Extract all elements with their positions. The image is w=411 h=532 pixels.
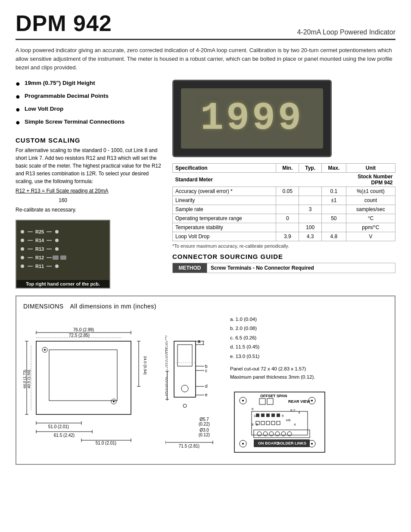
pcb-r12: R12 — [21, 255, 105, 260]
front-view-drawing: 76.0 (2.99) 72.5 (2.85) 44.0 (1.73) 40.5… — [23, 315, 161, 453]
svg-text:4: 4 — [294, 423, 296, 426]
svg-text:71.5 (2.81): 71.5 (2.81) — [179, 444, 199, 448]
product-subtitle: 4-20mA Loop Powered Indicator — [297, 28, 395, 36]
col-spec: Specification — [173, 164, 276, 173]
product-display: 1999 — [172, 80, 332, 157]
svg-text:24.0 (0.94): 24.0 (0.94) — [143, 356, 147, 375]
dim-c: c. 6.5 (0.26) — [230, 334, 388, 342]
svg-rect-84 — [266, 414, 270, 417]
svg-text:OFFSET  SPAN: OFFSET SPAN — [260, 394, 287, 398]
product-title: DPM 942 — [16, 10, 112, 36]
svg-text:8 2: 8 2 — [290, 408, 296, 412]
svg-text:H9: H9 — [286, 418, 291, 422]
dimensions-subtitle: All dimensions in mm (inches) — [70, 303, 156, 310]
rear-view-area: OFFSET SPAN REAR VIEW 6 10 — [230, 388, 388, 458]
svg-text:c: c — [205, 368, 207, 373]
svg-text:(0.12): (0.12) — [199, 432, 210, 437]
svg-text:8: 8 — [256, 423, 258, 426]
formula-denom: 160 — [16, 196, 162, 204]
svg-text:76.0 (2.99): 76.0 (2.99) — [73, 327, 94, 332]
stock-row: Standard Meter Stock Number DPM 942 — [173, 173, 395, 187]
spec-table-container: Standard Meter Stock Number DPM 942 Spec… — [172, 163, 395, 249]
feature-item-2: Programmable Decimal Points — [16, 93, 162, 101]
stock-label: Stock Number — [358, 174, 392, 180]
pcb-r11: R11 — [21, 264, 105, 269]
svg-rect-76 — [259, 398, 265, 404]
right-column: 1999 Standard Meter Stock Number DPM 942 — [172, 80, 395, 288]
custom-scaling-title: CUSTOM SCALING — [16, 137, 162, 144]
standard-meter-label: Standard Meter — [173, 173, 276, 187]
spec-accuracy-typ — [299, 187, 322, 196]
svg-text:61.5 (2.42): 61.5 (2.42) — [54, 433, 75, 438]
stock-number: DPM 942 — [371, 180, 392, 186]
dim-b: b. 2.0 (0.08) — [230, 324, 388, 333]
dim-e: e. 13.0 (0.51) — [230, 352, 388, 361]
svg-text:SOLDER LINKS: SOLDER LINKS — [277, 441, 306, 445]
dim-labels-area: a. 1.0 (0.04) b. 2.0 (0.08) c. 6.5 (0.26… — [230, 315, 388, 458]
spec-accuracy-name: Accuracy (overall error) * — [173, 187, 276, 196]
intro-paragraph: A loop powered indicator giving an accur… — [16, 46, 395, 72]
spec-row-loop-volt: Loop Volt Drop 3.9 4.3 4.8 V — [173, 232, 395, 241]
svg-point-68 — [242, 400, 244, 401]
method-value: Screw Terminals - No Connector Required — [207, 263, 395, 273]
spec-accuracy-unit: %(±1 count) — [346, 187, 395, 196]
svg-rect-77 — [267, 398, 273, 404]
formula-line: R12 + R13 = Full Scale reading at 20mA — [16, 187, 162, 195]
spec-table-body: Accuracy (overall error) * 0.05 0.1 %(±1… — [173, 187, 395, 241]
svg-text:d: d — [205, 384, 208, 389]
feature-item-1: 19mm (0.75") Digit Height — [16, 80, 162, 88]
connector-table: METHOD Screw Terminals - No Connector Re… — [172, 263, 395, 273]
svg-rect-92 — [266, 421, 270, 425]
dim-a: a. 1.0 (0.04) — [230, 315, 388, 324]
svg-text:8: 8 — [252, 423, 254, 426]
dimensions-title-text: DIMENSIONS — [23, 303, 64, 310]
dimensions-section: DIMENSIONS All dimensions in mm (inches)… — [16, 296, 395, 465]
spec-table-header: Specification Min. Typ. Max. Unit — [173, 164, 395, 173]
spec-row-temp-stability: Temperature stability 100 ppm/°C — [173, 223, 395, 232]
dim-d: d. 11.5 (0.45) — [230, 343, 388, 352]
svg-point-52 — [183, 404, 187, 408]
spec-row-temp-range: Operating temperature range 0 50 °C — [173, 214, 395, 223]
side-view-drawing: a b c d e Ø5.7 (0.22) — [165, 315, 226, 453]
svg-point-70 — [311, 400, 313, 401]
svg-point-74 — [311, 443, 313, 445]
page-header: DPM 942 4-20mA Loop Powered Indicator — [16, 10, 395, 40]
svg-text:51.0 (2.01): 51.0 (2.01) — [48, 424, 69, 429]
left-column: 19mm (0.75") Digit Height Programmable D… — [16, 80, 162, 288]
svg-point-72 — [242, 443, 244, 445]
side-view-svg: a b c d e Ø5.7 (0.22) — [165, 315, 221, 449]
svg-text:24.5 (0.96): 24.5 (0.96) — [165, 377, 167, 396]
pcb-image: R25 R14 R13 R12 — [16, 220, 110, 289]
dimensions-content: 76.0 (2.99) 72.5 (2.85) 44.0 (1.73) 40.5… — [23, 315, 388, 458]
svg-text:40.5 (1.59): 40.5 (1.59) — [27, 370, 31, 389]
custom-scaling-section: CUSTOM SCALING For alternative scaling t… — [16, 137, 162, 214]
svg-text:3: 3 — [298, 411, 300, 414]
svg-text:51.0 (2.01): 51.0 (2.01) — [96, 441, 116, 445]
svg-text:(0.22): (0.22) — [199, 422, 210, 426]
svg-rect-0 — [36, 341, 131, 414]
stock-number-area: Stock Number DPM 942 — [276, 173, 395, 187]
display-digits: 1999 — [200, 96, 304, 140]
pcb-resistors-area: R25 R14 R13 R12 — [16, 221, 109, 281]
front-view-svg: 76.0 (2.99) 72.5 (2.85) 44.0 (1.73) 40.5… — [23, 315, 153, 449]
feature-item-4: Simple Screw Terminal Connections — [16, 118, 162, 127]
spec-linearity-name: Linearity — [173, 196, 276, 205]
rear-view-svg: OFFSET SPAN REAR VIEW 6 10 — [230, 388, 329, 457]
main-content: 19mm (0.75") Digit Height Programmable D… — [16, 80, 395, 288]
features-list: 19mm (0.75") Digit Height Programmable D… — [16, 80, 162, 127]
svg-rect-83 — [261, 414, 265, 417]
svg-rect-94 — [277, 421, 280, 425]
svg-rect-85 — [271, 414, 275, 417]
panel-note: Panel cut-out 72 x 40 (2.83 x 1.57) Maxi… — [230, 365, 388, 381]
spec-header-row: Specification Min. Typ. Max. Unit — [173, 164, 395, 173]
spec-row-accuracy: Accuracy (overall error) * 0.05 0.1 %(±1… — [173, 187, 395, 196]
svg-text:5: 5 — [282, 414, 284, 418]
spec-row-linearity: Linearity ±1 count — [173, 196, 395, 205]
svg-point-27 — [44, 349, 46, 351]
pcb-caption: Top right hand corner of the pcb. — [16, 280, 109, 288]
pcb-r25: R25 — [21, 229, 105, 234]
svg-rect-1 — [49, 350, 117, 401]
svg-text:ON BOARD: ON BOARD — [258, 441, 279, 445]
svg-rect-99 — [254, 430, 310, 438]
recalibrate-note: Re-calibrate as necessary. — [16, 206, 162, 214]
